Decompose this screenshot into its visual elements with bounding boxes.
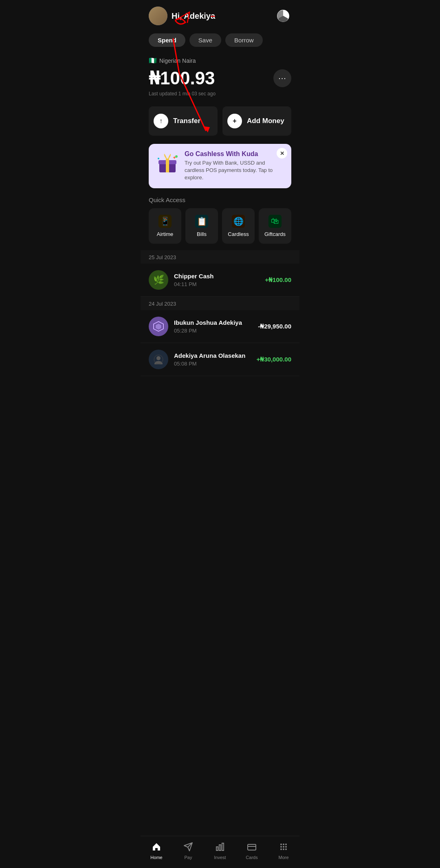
currency-flag: 🇳🇬 <box>149 57 157 64</box>
quick-item-bills[interactable]: 📋 Bills <box>185 208 218 244</box>
svg-point-6 <box>158 158 159 159</box>
airtime-label: Airtime <box>157 231 173 237</box>
balance-section: 🇳🇬 Nigerian Naira ₦100.93 ··· Last updat… <box>141 53 299 103</box>
chipper-cash-info: Chipper Cash 04:11 PM <box>174 273 259 287</box>
transfer-button[interactable]: ↑ Transfer <box>149 106 218 136</box>
adekiya-avatar <box>149 350 168 369</box>
promo-close-button[interactable]: ✕ <box>277 148 287 159</box>
promo-content: Go Cashless With Kuda Try out Pay With B… <box>185 150 285 182</box>
ibukun-amount: -₦29,950.00 <box>258 323 291 330</box>
quick-access-label: Quick Access <box>141 195 299 208</box>
adekiya-name: Adekiya Aruna Olasekan <box>174 352 251 359</box>
add-money-label: Add Money <box>247 117 284 125</box>
quick-item-cardless[interactable]: 🌐 Cardless <box>222 208 255 244</box>
quick-item-giftcards[interactable]: 🛍 Giftcards <box>259 208 291 244</box>
quick-item-airtime[interactable]: 📱 Airtime <box>149 208 181 244</box>
bills-icon: 📋 <box>195 215 208 228</box>
transaction-adekiya[interactable]: Adekiya Aruna Olasekan 05:08 PM +₦30,000… <box>141 343 299 376</box>
balance-amount: ₦100.93 <box>149 68 215 88</box>
promo-banner[interactable]: ✦ Go Cashless With Kuda Try out Pay With… <box>149 144 291 188</box>
promo-title: Go Cashless With Kuda <box>185 150 285 158</box>
adekiya-time: 05:08 PM <box>174 361 251 367</box>
chipper-cash-amount: +₦100.00 <box>265 276 291 284</box>
giftcards-label: Giftcards <box>264 231 286 237</box>
avatar[interactable] <box>149 7 167 25</box>
ibukun-name: Ibukun Joshua Adekiya <box>174 319 252 326</box>
svg-rect-3 <box>166 159 169 172</box>
ibukun-info: Ibukun Joshua Adekiya 05:28 PM <box>174 319 252 334</box>
last-updated-text: Last updated 1 min 03 sec ago <box>149 91 291 97</box>
currency-name: Nigerian Naira <box>159 57 196 64</box>
promo-art: ✦ <box>155 150 180 175</box>
svg-marker-9 <box>156 324 161 330</box>
giftcards-icon: 🛍 <box>268 215 282 228</box>
svg-point-10 <box>156 356 161 360</box>
transfer-icon: ↑ <box>154 114 168 128</box>
promo-description: Try out Pay With Bank, USSD and cardless… <box>185 159 285 182</box>
analytics-icon[interactable] <box>275 8 291 24</box>
tab-save[interactable]: Save <box>189 33 221 47</box>
cardless-icon: 🌐 <box>232 215 245 228</box>
greeting-text: Hi, Adekiya <box>172 11 215 21</box>
add-money-icon: + <box>227 114 242 128</box>
balance-row: ₦100.93 ··· <box>149 68 291 88</box>
ibukun-avatar <box>149 317 168 336</box>
transaction-ibukun[interactable]: Ibukun Joshua Adekiya 05:28 PM -₦29,950.… <box>141 310 299 343</box>
chipper-cash-avatar: 🌿 <box>149 270 168 290</box>
quick-access-grid: 📱 Airtime 📋 Bills 🌐 Cardless 🛍 Giftcards <box>141 208 299 250</box>
chipper-cash-name: Chipper Cash <box>174 273 259 280</box>
chipper-cash-time: 04:11 PM <box>174 281 259 287</box>
header-left: Hi, Adekiya <box>149 7 215 25</box>
tab-spend[interactable]: Spend <box>149 33 185 47</box>
balance-more-button[interactable]: ··· <box>273 69 291 87</box>
transaction-chipper-cash[interactable]: 🌿 Chipper Cash 04:11 PM +₦100.00 <box>141 264 299 297</box>
header: Hi, Adekiya <box>141 0 299 30</box>
add-money-button[interactable]: + Add Money <box>222 106 291 136</box>
transfer-label: Transfer <box>173 117 200 125</box>
date-header-24jul: 24 Jul 2023 <box>141 297 299 310</box>
svg-text:✦: ✦ <box>172 155 176 161</box>
currency-label: 🇳🇬 Nigerian Naira <box>149 57 291 64</box>
action-buttons: ↑ Transfer + Add Money <box>141 103 299 142</box>
airtime-icon: 📱 <box>158 215 172 228</box>
ibukun-time: 05:28 PM <box>174 328 252 334</box>
account-tabs: Spend Save Borrow <box>141 30 299 53</box>
bills-label: Bills <box>197 231 207 237</box>
adekiya-amount: +₦30,000.00 <box>257 356 292 363</box>
cardless-label: Cardless <box>228 231 249 237</box>
tab-borrow[interactable]: Borrow <box>225 33 263 47</box>
adekiya-info: Adekiya Aruna Olasekan 05:08 PM <box>174 352 251 367</box>
date-header-25jul: 25 Jul 2023 <box>141 250 299 264</box>
